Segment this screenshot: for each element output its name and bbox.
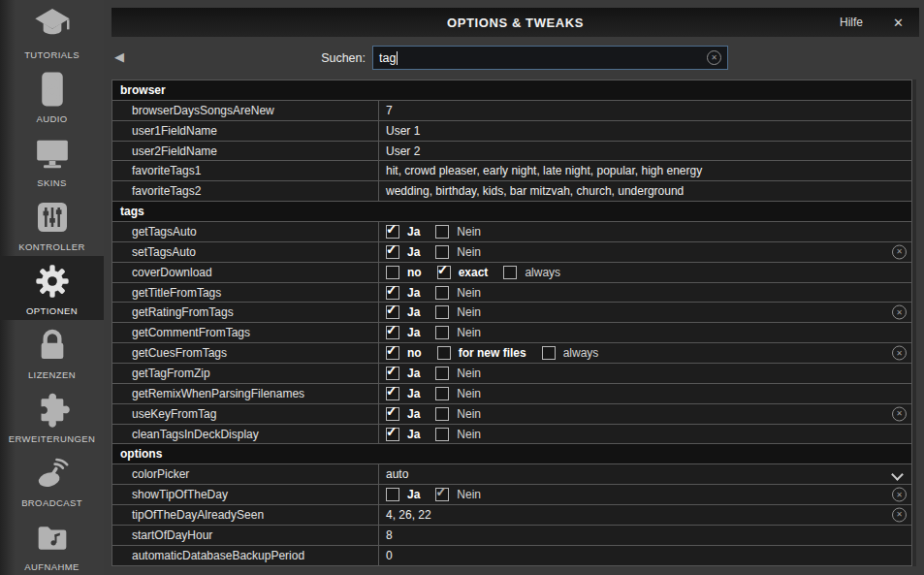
setting-row-cleanTagsInDeckDisplay: cleanTagsInDeckDisplay✓JaNein <box>112 425 911 445</box>
checkbox-nein[interactable] <box>435 286 449 300</box>
setting-name: cleanTagsInDeckDisplay <box>112 425 379 444</box>
window-title: OPTIONS & TWEAKS <box>447 16 584 30</box>
setting-value-cell: ✓JaNein <box>379 222 911 241</box>
checkbox-ja[interactable]: ✓ <box>386 286 399 300</box>
sidebar-item-skins[interactable]: SKINS <box>0 128 104 192</box>
checkbox-always[interactable] <box>503 266 517 279</box>
chevron-down-icon[interactable] <box>891 468 904 481</box>
setting-value[interactable]: hit, crowd pleaser, early night, late ni… <box>386 164 702 177</box>
checkbox-no[interactable] <box>386 266 399 279</box>
setting-value[interactable]: 4, 26, 22 <box>386 508 431 522</box>
checkbox-nein[interactable]: ✓ <box>435 488 449 501</box>
reset-icon[interactable]: ✕ <box>892 507 907 522</box>
sidebar-item-audio[interactable]: AUDIO <box>0 64 104 128</box>
checkbox-ja[interactable]: ✓ <box>386 225 399 239</box>
reset-icon[interactable]: ✕ <box>892 406 907 421</box>
checkbox-ja[interactable]: ✓ <box>386 387 399 400</box>
checkbox-exact[interactable]: ✓ <box>437 266 451 279</box>
checkbox-for-new-files[interactable] <box>437 346 451 360</box>
choice-label: Ja <box>407 326 420 339</box>
choice-label: Nein <box>457 488 481 501</box>
setting-value[interactable]: User 1 <box>386 124 420 138</box>
setting-value-cell: no✓exactalways <box>379 263 911 282</box>
checkbox-no[interactable]: ✓ <box>386 346 399 360</box>
setting-value[interactable]: 7 <box>386 104 393 117</box>
choice-label: Ja <box>407 428 420 441</box>
setting-value-cell: 0 <box>379 546 911 565</box>
checkbox-nein[interactable] <box>435 407 449 421</box>
checkbox-ja[interactable]: ✓ <box>386 326 399 339</box>
mixer-icon <box>31 196 74 239</box>
setting-value[interactable]: 8 <box>386 528 393 542</box>
sidebar-item-optionen[interactable]: OPTIONEN <box>0 256 104 320</box>
choice-label: Ja <box>407 407 420 421</box>
reset-icon[interactable]: ✕ <box>892 244 907 259</box>
setting-name: startOfDayHour <box>112 526 379 545</box>
sidebar-item-erweiterungen[interactable]: ERWEITERUNGEN <box>0 384 104 448</box>
setting-value[interactable]: 0 <box>386 549 393 562</box>
checkbox-nein[interactable] <box>435 305 449 319</box>
folder-music-icon <box>31 516 74 559</box>
checkbox-ja[interactable]: ✓ <box>386 245 399 259</box>
checkbox-nein[interactable] <box>435 326 449 339</box>
setting-row-getCuesFromTags: getCuesFromTags✓nofor new filesalways✕ <box>112 343 911 364</box>
back-arrow-icon[interactable]: ◀ <box>114 49 124 64</box>
section-header-browser: browser <box>112 80 911 101</box>
search-input[interactable]: tag ✕ <box>372 46 728 70</box>
check-icon: ✓ <box>386 363 398 378</box>
choice-label: no <box>407 346 422 360</box>
checkbox-nein[interactable] <box>435 245 449 259</box>
sidebar-item-label: AUFNAHME <box>24 561 80 572</box>
help-button[interactable]: Hilfe <box>840 16 863 29</box>
sidebar-item-label: AUDIO <box>36 113 67 124</box>
sidebar-item-label: BROADCAST <box>21 497 82 508</box>
checkbox-ja[interactable]: ✓ <box>386 407 399 421</box>
sidebar-item-broadcast[interactable]: BROADCAST <box>0 448 104 512</box>
choice-label: always <box>525 266 560 279</box>
sidebar-item-tutorials[interactable]: TUTORIALS <box>0 0 104 64</box>
setting-row-browserDaysSongsAreNew: browserDaysSongsAreNew7 <box>112 101 911 121</box>
scrollbar[interactable] <box>912 80 916 566</box>
choice-label: Nein <box>457 245 481 259</box>
checkbox-nein[interactable] <box>435 428 449 441</box>
reset-icon[interactable]: ✕ <box>892 346 907 361</box>
text-caret <box>397 51 398 65</box>
setting-value-cell: Ja✓Nein✕ <box>379 485 911 504</box>
clear-search-icon[interactable]: ✕ <box>707 50 721 65</box>
sidebar-item-lizenzen[interactable]: LIZENZEN <box>0 320 104 384</box>
sidebar-item-label: TUTORIALS <box>24 49 80 60</box>
setting-row-favoriteTags1: favoriteTags1hit, crowd pleaser, early n… <box>112 161 911 181</box>
checkbox-ja[interactable] <box>386 488 399 501</box>
setting-value-cell: ✓nofor new filesalways✕ <box>379 343 911 363</box>
checkbox-nein[interactable] <box>435 367 449 380</box>
reset-icon[interactable]: ✕ <box>892 488 907 502</box>
setting-value[interactable]: wedding, birthday, kids, bar mitzvah, ch… <box>386 184 684 198</box>
choice-label: Nein <box>457 326 481 339</box>
choice-label: Nein <box>457 407 481 421</box>
setting-name: browserDaysSongsAreNew <box>112 101 379 120</box>
reset-icon[interactable]: ✕ <box>892 305 907 320</box>
checkbox-nein[interactable] <box>435 225 449 239</box>
setting-name: setTagsAuto <box>112 242 379 262</box>
checkbox-nein[interactable] <box>435 387 449 400</box>
sidebar-item-aufnahme[interactable]: AUFNAHME <box>0 512 104 575</box>
choice-label: Ja <box>407 367 420 380</box>
content-pane: OPTIONS & TWEAKS Hilfe ✕ ◀ Suchen: tag ✕… <box>104 0 924 575</box>
setting-value-cell: 4, 26, 22✕ <box>379 505 911 525</box>
setting-value[interactable]: User 2 <box>386 144 420 158</box>
close-icon[interactable]: ✕ <box>893 16 904 30</box>
graduation-cap-icon <box>31 4 74 47</box>
checkbox-ja[interactable]: ✓ <box>386 367 399 380</box>
setting-row-tipOfTheDayAlreadySeen: tipOfTheDayAlreadySeen4, 26, 22✕ <box>112 505 911 526</box>
sidebar: TUTORIALSAUDIOSKINSKONTROLLEROPTIONENLIZ… <box>0 0 104 575</box>
sidebar-item-kontroller[interactable]: KONTROLLER <box>0 192 104 256</box>
setting-value-cell: ✓JaNein <box>379 323 911 342</box>
setting-name: user1FieldName <box>112 121 379 141</box>
check-icon: ✓ <box>386 322 398 337</box>
checkbox-ja[interactable]: ✓ <box>386 428 399 441</box>
setting-value-cell: ✓JaNein✕ <box>379 404 911 424</box>
checkbox-always[interactable] <box>542 346 556 360</box>
setting-value[interactable]: auto <box>386 467 408 481</box>
sidebar-item-label: LIZENZEN <box>28 369 76 380</box>
checkbox-ja[interactable]: ✓ <box>386 305 399 319</box>
